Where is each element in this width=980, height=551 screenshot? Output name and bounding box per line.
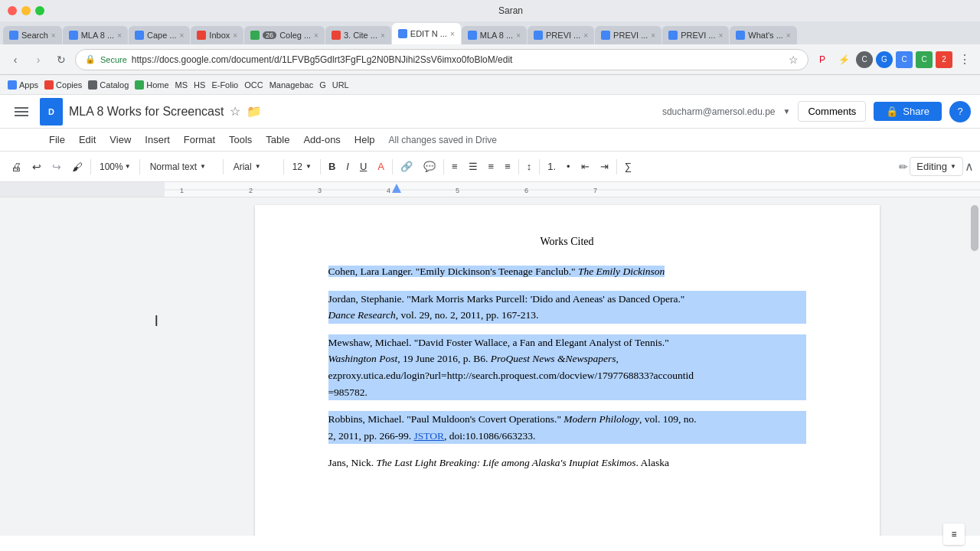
- tab-close-search[interactable]: ×: [51, 31, 56, 40]
- traffic-light-red[interactable]: [8, 6, 17, 15]
- zoom-value: 100%: [100, 161, 123, 172]
- expand-toolbar-button[interactable]: ∧: [965, 159, 974, 174]
- bookmark-catalog[interactable]: Catalog: [88, 80, 129, 90]
- tab-prev2[interactable]: PREVI ... ×: [595, 26, 662, 44]
- bookmark-ms[interactable]: MS: [175, 80, 188, 90]
- decrease-indent-button[interactable]: ⇤: [577, 156, 594, 178]
- tab-search[interactable]: Search ×: [3, 26, 62, 44]
- bookmark-managebac[interactable]: Managebac: [270, 80, 314, 90]
- bookmark-g[interactable]: G: [319, 80, 326, 90]
- insert-comment-button[interactable]: 💬: [419, 156, 440, 178]
- tab-close-prev2[interactable]: ×: [651, 31, 655, 40]
- tab-close-inbox[interactable]: ×: [233, 31, 237, 40]
- star-button[interactable]: ☆: [230, 104, 240, 119]
- tab-close-prev1[interactable]: ×: [583, 31, 588, 40]
- align-center-button[interactable]: ☰: [464, 156, 482, 178]
- bookmark-star-icon[interactable]: ☆: [789, 54, 799, 66]
- jstor-link[interactable]: JSTOR: [414, 430, 445, 442]
- redo-button[interactable]: ↪: [47, 156, 66, 178]
- traffic-light-green[interactable]: [35, 6, 44, 15]
- tab-close-coleg[interactable]: ×: [314, 31, 318, 40]
- ordered-list-button[interactable]: 1.: [543, 156, 560, 178]
- undo-button[interactable]: ↩: [28, 156, 46, 178]
- align-left-button[interactable]: ≡: [447, 156, 462, 178]
- forward-button[interactable]: ›: [29, 51, 47, 69]
- traffic-light-yellow[interactable]: [21, 6, 31, 15]
- tab-whats[interactable]: What's ... ×: [730, 26, 796, 44]
- tab-cite[interactable]: 3. Cite ... ×: [325, 26, 391, 44]
- tab-mla8b[interactable]: MLA 8 ... ×: [462, 26, 527, 44]
- tab-prev1[interactable]: PREVI ... ×: [528, 26, 594, 44]
- pinterest-icon[interactable]: P: [813, 51, 831, 69]
- scrollbar-track[interactable]: [969, 197, 980, 536]
- paintformat-button[interactable]: 🖌: [67, 156, 87, 178]
- ext-icon3[interactable]: C: [896, 51, 913, 68]
- align-right-button[interactable]: ≡: [484, 156, 499, 178]
- menu-view[interactable]: View: [103, 131, 137, 148]
- bookmark-efolio[interactable]: E-Folio: [211, 80, 238, 90]
- tab-close-mla8b[interactable]: ×: [516, 31, 521, 40]
- tab-close-edit[interactable]: ×: [450, 30, 455, 38]
- tab-close-cite[interactable]: ×: [381, 31, 385, 40]
- comments-button[interactable]: Comments: [798, 101, 866, 122]
- address-bar[interactable]: 🔒 Secure https://docs.google.com/documen…: [75, 49, 808, 70]
- formula-button[interactable]: ∑: [620, 156, 636, 178]
- increase-indent-button[interactable]: ⇥: [596, 156, 613, 178]
- tab-coleg[interactable]: 26 Coleg ... ×: [244, 26, 325, 44]
- doc-title[interactable]: MLA 8 Works for Screencast: [69, 105, 224, 119]
- bookmark-home[interactable]: Home: [135, 80, 168, 90]
- font-select[interactable]: Arial ▼: [227, 157, 280, 177]
- menu-tools[interactable]: Tools: [223, 131, 258, 148]
- tab-close-cape[interactable]: ×: [180, 31, 185, 40]
- font-size-select[interactable]: 12 ▼: [287, 157, 317, 177]
- share-button[interactable]: 🔒 Share: [874, 102, 942, 121]
- text-color-button[interactable]: A: [373, 156, 389, 178]
- footnote-button[interactable]: ≡: [943, 523, 965, 545]
- print-button[interactable]: 🖨: [6, 156, 26, 178]
- tab-cape[interactable]: Cape ... ×: [129, 26, 190, 44]
- menu-help[interactable]: Help: [348, 131, 381, 148]
- lightning-icon[interactable]: ⚡: [835, 51, 853, 69]
- bookmark-apps[interactable]: Apps: [8, 80, 38, 90]
- scrollbar-thumb[interactable]: [971, 205, 978, 251]
- menu-file[interactable]: File: [43, 131, 71, 148]
- bookmark-copies[interactable]: Copies: [44, 80, 82, 90]
- bookmark-hs[interactable]: HS: [194, 80, 205, 90]
- suggest-edits-button[interactable]: ✏: [899, 161, 908, 173]
- menu-edit[interactable]: Edit: [73, 131, 102, 148]
- ext-icon2[interactable]: G: [876, 51, 893, 68]
- menu-format[interactable]: Format: [178, 131, 221, 148]
- unordered-list-button[interactable]: •: [562, 156, 575, 178]
- help-button[interactable]: ?: [949, 101, 971, 122]
- insert-link-button[interactable]: 🔗: [396, 156, 417, 178]
- ext-icon1[interactable]: C: [856, 51, 873, 68]
- bookmark-occ[interactable]: OCC: [244, 80, 263, 90]
- folder-button[interactable]: 📁: [247, 104, 262, 119]
- tab-close-mla8[interactable]: ×: [117, 31, 122, 40]
- ext-icon4[interactable]: C: [916, 51, 933, 68]
- tab-close-prev3[interactable]: ×: [718, 31, 723, 40]
- tab-inbox[interactable]: Inbox ×: [191, 26, 243, 44]
- hamburger-menu-button[interactable]: [9, 99, 34, 124]
- underline-button[interactable]: U: [355, 156, 371, 178]
- more-icon[interactable]: ⋮: [956, 51, 974, 69]
- tab-edit-active[interactable]: EDIT N ... ×: [392, 23, 461, 44]
- editing-mode-select[interactable]: Editing ▼: [910, 157, 963, 176]
- ext-icon5[interactable]: 2: [936, 51, 952, 68]
- bookmark-url[interactable]: URL: [332, 80, 349, 90]
- refresh-button[interactable]: ↻: [52, 51, 70, 69]
- paragraph-style-select[interactable]: Normal text ▼: [143, 157, 220, 177]
- scrollbar-area[interactable]: [969, 197, 980, 536]
- tab-close-whats[interactable]: ×: [786, 31, 791, 40]
- zoom-select[interactable]: 100% ▼: [94, 157, 136, 177]
- justify-button[interactable]: ≡: [500, 156, 515, 178]
- tab-prev3[interactable]: PREVI ... ×: [662, 26, 729, 44]
- menu-insert[interactable]: Insert: [139, 131, 176, 148]
- italic-button[interactable]: I: [341, 156, 354, 178]
- tab-mla8[interactable]: MLA 8 ... ×: [63, 26, 128, 44]
- bold-button[interactable]: B: [324, 156, 340, 178]
- menu-addons[interactable]: Add-ons: [297, 131, 346, 148]
- line-spacing-button[interactable]: ↕: [522, 156, 537, 178]
- back-button[interactable]: ‹: [6, 51, 24, 69]
- menu-table[interactable]: Table: [260, 131, 296, 148]
